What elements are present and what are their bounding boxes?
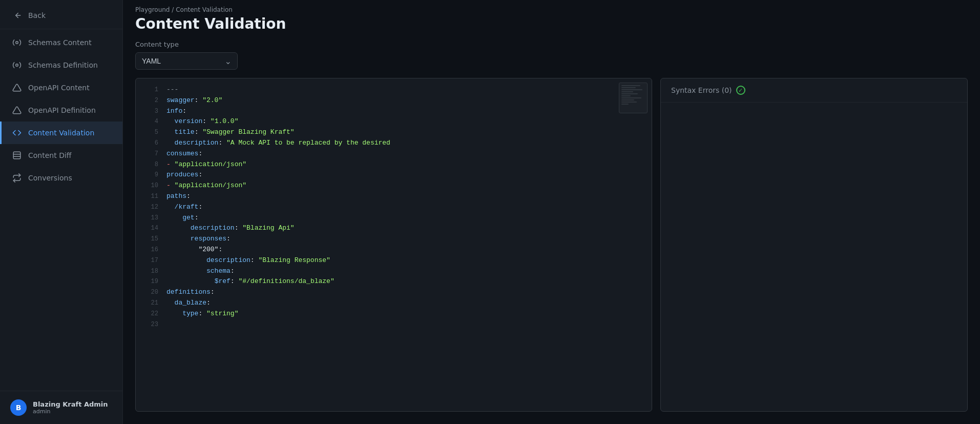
content-type-label: Content type [135, 41, 968, 48]
sidebar-item-label: OpenAPI Content [28, 84, 90, 92]
svg-rect-3 [13, 152, 20, 159]
error-header: Syntax Errors (0) ✓ [661, 78, 967, 103]
code-line: 13 get: [136, 213, 652, 224]
sidebar-item-label: Conversions [28, 174, 72, 182]
line-number: 12 [142, 202, 158, 212]
user-role: admin [33, 408, 108, 415]
content-type-select-wrapper: YAML JSON [135, 52, 968, 70]
check-icon: ✓ [736, 86, 745, 95]
line-content: produces: [166, 170, 202, 180]
code-line: 10- "application/json" [136, 180, 652, 191]
line-content: $ref: "#/definitions/da_blaze" [166, 276, 335, 287]
line-content: --- [166, 85, 178, 95]
sidebar-user: B Blazing Kraft Admin admin [0, 391, 122, 424]
code-line: 19 $ref: "#/definitions/da_blaze" [136, 276, 652, 287]
code-line: 6 description: "A Mock API to be replace… [136, 138, 652, 149]
sidebar: Back Schemas Content Schemas Definition … [0, 0, 123, 424]
line-number: 13 [142, 213, 158, 223]
line-content: title: "Swagger Blazing Kraft" [166, 127, 295, 138]
sidebar-nav: Back Schemas Content Schemas Definition … [0, 0, 122, 391]
line-content: da_blaze: [166, 298, 211, 309]
line-number: 16 [142, 245, 158, 255]
line-number: 1 [142, 85, 158, 95]
line-number: 8 [142, 159, 158, 170]
main-content: Playground / Content Validation Content … [123, 0, 980, 424]
line-number: 20 [142, 287, 158, 297]
line-number: 15 [142, 234, 158, 244]
code-line: 9produces: [136, 170, 652, 180]
line-number: 18 [142, 266, 158, 276]
back-icon [12, 10, 22, 21]
line-number: 2 [142, 95, 158, 106]
error-panel: Syntax Errors (0) ✓ [660, 78, 968, 412]
sidebar-item-back[interactable]: Back [0, 4, 122, 27]
sidebar-divider-1 [0, 29, 122, 29]
code-line: 5 title: "Swagger Blazing Kraft" [136, 127, 652, 138]
code-line: 14 description: "Blazing Api" [136, 223, 652, 234]
line-number: 23 [142, 319, 158, 330]
editors-row: 1---2swagger: "2.0"3info:4 version: "1.0… [135, 78, 968, 412]
line-content: get: [166, 213, 198, 224]
sidebar-item-label: Schemas Content [28, 38, 92, 47]
syntax-errors-label: Syntax Errors (0) [671, 86, 732, 94]
code-line: 2swagger: "2.0" [136, 95, 652, 106]
line-number: 22 [142, 309, 158, 319]
sidebar-item-schemas-content[interactable]: Schemas Content [0, 31, 122, 54]
line-number: 11 [142, 191, 158, 201]
sidebar-item-conversions[interactable]: Conversions [0, 167, 122, 189]
svg-point-1 [16, 42, 18, 44]
sidebar-item-label: Content Validation [28, 129, 94, 137]
content-type-select[interactable]: YAML JSON [135, 52, 238, 70]
code-line: 16 "200": [136, 245, 652, 255]
sidebar-item-content-diff[interactable]: Content Diff [0, 144, 122, 167]
line-content: description: "A Mock API to be replaced … [166, 138, 390, 149]
line-content: type: "string" [166, 309, 238, 319]
sidebar-item-label: Schemas Definition [28, 61, 98, 69]
line-content: - "application/json" [166, 159, 246, 170]
schemas-def-icon [12, 60, 22, 70]
code-icon [12, 128, 22, 138]
code-line: 12 /kraft: [136, 202, 652, 213]
code-line: 18 schema: [136, 266, 652, 277]
code-line: 17 description: "Blazing Response" [136, 255, 652, 266]
sidebar-item-label: Content Diff [28, 151, 71, 159]
code-editor[interactable]: 1---2swagger: "2.0"3info:4 version: "1.0… [135, 78, 652, 412]
code-content[interactable]: 1---2swagger: "2.0"3info:4 version: "1.0… [136, 78, 652, 411]
line-content: description: "Blazing Response" [166, 255, 330, 266]
sidebar-back-label: Back [28, 11, 46, 19]
code-line: 3info: [136, 106, 652, 117]
line-number: 7 [142, 149, 158, 159]
sidebar-item-openapi-definition[interactable]: OpenAPI Definition [0, 99, 122, 122]
code-line: 8- "application/json" [136, 159, 652, 170]
line-number: 14 [142, 223, 158, 233]
line-content: schema: [166, 266, 235, 277]
avatar: B [10, 399, 27, 416]
line-content: definitions: [166, 287, 215, 298]
line-content: paths: [166, 191, 191, 202]
code-line: 20definitions: [136, 287, 652, 298]
code-line: 11paths: [136, 191, 652, 202]
convert-icon [12, 173, 22, 183]
line-content: description: "Blazing Api" [166, 223, 295, 234]
openapi-content-icon [12, 83, 22, 93]
line-number: 21 [142, 298, 158, 308]
line-number: 5 [142, 127, 158, 137]
sidebar-item-label: OpenAPI Definition [28, 106, 96, 114]
sidebar-item-content-validation[interactable]: Content Validation [0, 122, 122, 144]
breadcrumb: Playground / Content Validation [123, 0, 980, 13]
svg-point-2 [16, 64, 18, 67]
line-content: - "application/json" [166, 180, 246, 191]
line-number: 10 [142, 180, 158, 191]
code-line: 22 type: "string" [136, 309, 652, 319]
sidebar-item-schemas-definition[interactable]: Schemas Definition [0, 54, 122, 76]
line-number: 4 [142, 116, 158, 127]
code-line: 21 da_blaze: [136, 298, 652, 309]
schemas-content-icon [12, 37, 22, 48]
line-content: consumes: [166, 149, 202, 159]
content-area: Content type YAML JSON 1---2swagger: "2.… [123, 41, 980, 424]
sidebar-item-openapi-content[interactable]: OpenAPI Content [0, 76, 122, 99]
editor-thumbnail [619, 83, 648, 113]
line-number: 19 [142, 276, 158, 287]
line-number: 6 [142, 138, 158, 148]
user-info: Blazing Kraft Admin admin [33, 400, 108, 415]
